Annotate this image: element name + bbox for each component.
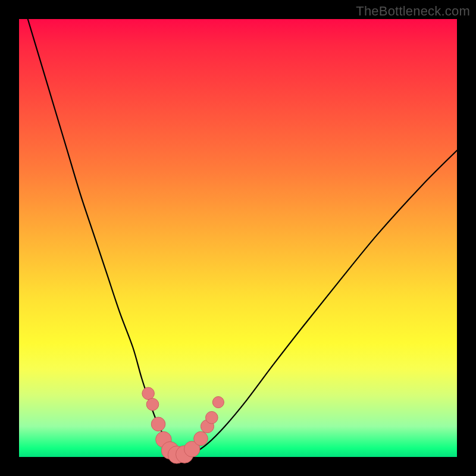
curve-marker [146,398,159,411]
curve-layer [19,19,457,457]
curve-marker [194,431,208,446]
curve-marker [212,396,224,408]
curve-markers [142,387,224,464]
v-curve [28,19,457,455]
plot-area [19,19,457,457]
chart-frame: TheBottleneck.com [0,0,476,476]
curve-marker [206,411,218,424]
watermark-text: TheBottleneck.com [356,4,470,19]
curve-marker [142,387,155,400]
curve-marker [151,417,165,431]
